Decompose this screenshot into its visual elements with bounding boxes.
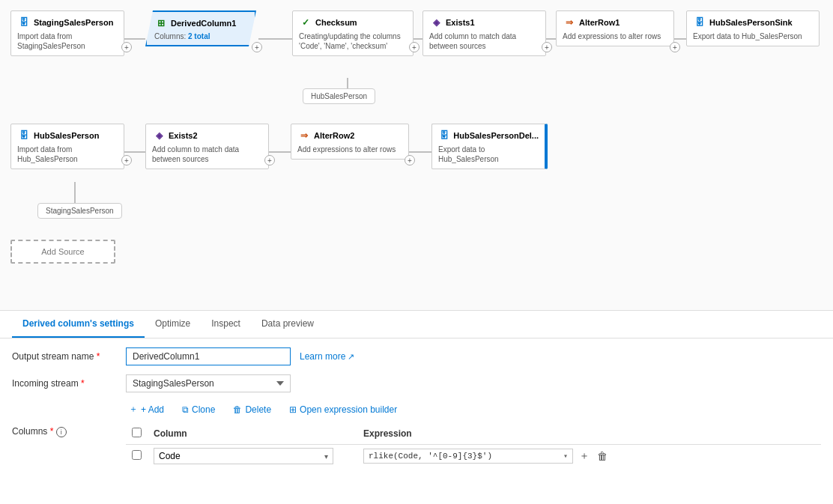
main-container: 🗄 StagingSalesPerson Import data from St… [0, 0, 833, 504]
output-stream-input[interactable] [126, 347, 291, 365]
node-label: StagingSalesPerson [34, 18, 113, 27]
tab-optimize[interactable]: Optimize [145, 311, 201, 338]
expression-dropdown-icon: ▾ [563, 452, 568, 461]
node-desc: Import data from StagingSalesPerson [17, 31, 118, 51]
select-all-checkbox[interactable] [132, 428, 142, 437]
column-header: Column [148, 423, 357, 445]
node-stagingsalesperson-ref[interactable]: StagingSalesPerson [37, 203, 122, 219]
delete-icon: 🗑 [233, 404, 242, 415]
alter2-icon: ⇒ [297, 129, 311, 142]
plus-after-alter2[interactable]: + [405, 155, 415, 166]
alter1-label: AlterRow1 [579, 18, 620, 27]
node-derivedcolumn1[interactable]: ⊞ DerivedColumn1 Columns: 2 total [145, 10, 256, 46]
expr-builder-label: Open expression builder [300, 404, 397, 415]
column-dropdown[interactable]: Code ▾ [154, 448, 333, 464]
columns-section: Columns * i Column Expression [12, 423, 821, 467]
hub2-label: HubSalesPerson [34, 131, 99, 140]
plus-after-hub2[interactable]: + [121, 155, 132, 166]
columns-table-container: Column Expression C [126, 423, 821, 467]
clone-icon: ⧉ [182, 404, 189, 415]
sink1-icon: 🗄 [693, 16, 706, 29]
sink1-label: HubSalesPersonSink [709, 18, 793, 27]
clone-button[interactable]: ⧉ Clone [179, 403, 218, 416]
row-checkbox[interactable] [132, 450, 142, 460]
staging-ref-label: StagingSalesPerson [46, 207, 114, 215]
node-hubsalesperson2[interactable]: 🗄 HubSalesPerson Import data from Hub_Sa… [10, 124, 124, 169]
add-icon: ＋ [129, 403, 138, 416]
expression-value: rlike(Code, '^[0-9]{3}$') [369, 452, 492, 461]
exists2-label: Exists2 [169, 131, 198, 140]
minimize-button[interactable]: — [809, 307, 821, 311]
toolbar-row: ＋ + Add ⧉ Clone 🗑 Delete ⊞ Open expressi… [126, 401, 821, 417]
node-alterrow2[interactable]: ⇒ AlterRow2 Add expressions to alter row… [291, 124, 409, 160]
open-expression-builder-button[interactable]: ⊞ Open expression builder [286, 403, 400, 416]
bottom-panel: Derived column's settings Optimize Inspe… [0, 311, 833, 504]
plus-after-derived[interactable]: + [252, 42, 262, 52]
plus-after-exists1[interactable]: + [542, 42, 552, 52]
exists2-icon: ◈ [152, 129, 166, 142]
del-desc: Export data to Hub_SalesPerson [438, 145, 539, 164]
add-row-button[interactable]: ＋ [578, 448, 591, 464]
columns-info-icon[interactable]: i [56, 427, 67, 437]
columns-label: Columns [12, 426, 47, 437]
tabs-bar: Derived column's settings Optimize Inspe… [0, 311, 833, 338]
dropdown-arrow-icon: ▾ [324, 452, 328, 461]
plus-after-exists2[interactable]: + [264, 155, 275, 166]
node-exists2[interactable]: ◈ Exists2 Add column to match data betwe… [145, 124, 269, 169]
add-source-node[interactable]: Add Source [10, 240, 115, 264]
exists1-desc: Add column to match data between sources [429, 31, 539, 51]
add-label: + Add [141, 404, 164, 415]
alter1-desc: Add expressions to alter rows [563, 31, 667, 41]
output-stream-label: Output stream name * [12, 351, 117, 362]
hub-ref-label: HubSalesPerson [311, 92, 367, 100]
expression-input[interactable]: rlike(Code, '^[0-9]{3}$') ▾ [363, 449, 573, 464]
del-icon: 🗄 [438, 129, 450, 142]
checksum-icon: ✓ [299, 16, 312, 29]
node-hubsalespersonsink[interactable]: 🗄 HubSalesPersonSink Export data to Hub_… [686, 10, 820, 46]
delete-button[interactable]: 🗑 Delete [230, 403, 274, 416]
node-exists1[interactable]: ◈ Exists1 Add column to match data betwe… [422, 10, 546, 56]
derived-label: DerivedColumn1 [171, 19, 236, 28]
node-hubsalespersondel[interactable]: 🗄 HubSalesPersonDel... Export data to Hu… [431, 124, 548, 169]
node-stagingsalesperson1[interactable]: 🗄 StagingSalesPerson Import data from St… [10, 10, 124, 56]
node-alterrow1[interactable]: ⇒ AlterRow1 Add expressions to alter row… [556, 10, 674, 46]
incoming-stream-select[interactable]: StagingSalesPerson [126, 374, 291, 392]
node-checksum[interactable]: ✓ Checksum Creating/updating the columns… [292, 10, 414, 56]
del-label: HubSalesPersonDel... [453, 131, 539, 140]
alter2-label: AlterRow2 [314, 131, 354, 140]
tab-settings[interactable]: Derived column's settings [12, 311, 145, 338]
clone-label: Clone [192, 404, 215, 415]
checksum-label: Checksum [315, 18, 357, 27]
derived-sublabel: Columns: [154, 32, 186, 40]
learn-more-label: Learn more [300, 351, 345, 362]
exists1-label: Exists1 [446, 18, 475, 27]
tab-inspect[interactable]: Inspect [201, 311, 251, 338]
plus-after-staging1[interactable]: + [121, 42, 132, 52]
columns-label-container: Columns * i [12, 423, 117, 437]
incoming-stream-row: Incoming stream * StagingSalesPerson [12, 374, 821, 392]
derived-icon: ⊞ [154, 16, 168, 30]
delete-label: Delete [245, 404, 271, 415]
checksum-desc: Creating/updating the columns 'Code', 'N… [299, 31, 407, 51]
columns-table: Column Expression C [126, 423, 821, 467]
node-hubsalesperson-ref[interactable]: HubSalesPerson [303, 88, 375, 104]
add-button[interactable]: ＋ + Add [126, 401, 167, 417]
add-source-label: Add Source [41, 247, 84, 256]
plus-after-alter1[interactable]: + [670, 42, 680, 52]
hub2-icon: 🗄 [17, 129, 31, 142]
tab-datapreview[interactable]: Data preview [251, 311, 324, 338]
column-value: Code [159, 451, 181, 461]
plus-after-checksum[interactable]: + [409, 42, 419, 52]
database-icon: 🗄 [17, 16, 31, 29]
derived-subvalue: 2 total [188, 32, 210, 40]
delete-row-button[interactable]: 🗑 [596, 449, 609, 464]
sink1-desc: Export data to Hub_SalesPerson [693, 31, 813, 41]
learn-more-link[interactable]: Learn more ↗ [300, 351, 354, 362]
learn-more-icon: ↗ [348, 352, 354, 362]
exists2-desc: Add column to match data between sources [152, 145, 262, 164]
alter1-icon: ⇒ [563, 16, 576, 29]
exists1-icon: ◈ [429, 16, 443, 29]
expression-header: Expression [357, 423, 821, 445]
panel-content: Output stream name * Learn more ↗ Incomi… [0, 338, 833, 504]
row-actions: ＋ 🗑 [578, 448, 609, 464]
